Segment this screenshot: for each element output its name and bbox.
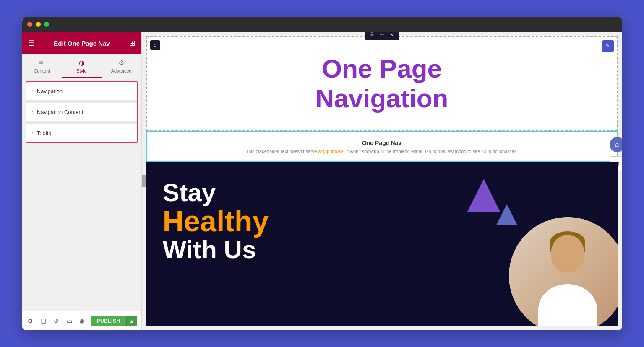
sidebar-header: ☰ Edit One Page Nav ⊞	[22, 32, 141, 54]
doctor-placeholder	[509, 217, 618, 326]
nav-widget-inner: One Page Nav This placeholder text doesn…	[147, 132, 617, 161]
nav-widget-block: One Page Nav This placeholder text doesn…	[146, 131, 618, 162]
browser-body: ☰ Edit One Page Nav ⊞ ✏ Content ◑ Style …	[22, 32, 622, 330]
accordion-item-navigation-content: › Navigation Content	[26, 103, 137, 122]
edit-corner-button[interactable]: ✎	[602, 40, 614, 52]
content-tab-label: Content	[34, 68, 50, 73]
grid-icon[interactable]: ⊞	[129, 39, 136, 48]
hero-title-line1: One Page	[322, 54, 442, 83]
toolbar-move-btn[interactable]: ⠿	[368, 32, 375, 39]
chevron-navigation-icon: ›	[32, 89, 34, 93]
hero-section: Stay Healthy With Us	[146, 162, 618, 326]
accordion-header-tooltip[interactable]: › Tooltip	[26, 124, 137, 142]
browser-titlebar	[22, 17, 622, 32]
accordion-header-navigation-content[interactable]: › Navigation Content	[26, 103, 137, 121]
edit-pencil-icon: ✎	[606, 43, 610, 49]
hero-image-area	[467, 205, 618, 326]
accordion-label-navigation-content: Navigation Content	[37, 109, 83, 115]
advanced-tab-icon: ⚙	[118, 59, 124, 67]
chevron-tooltip-icon: ›	[32, 131, 34, 135]
block-move-handle[interactable]: ⠿	[150, 40, 160, 50]
publish-arrow-button[interactable]: ▲	[126, 316, 137, 326]
traffic-light-red[interactable]	[27, 22, 32, 27]
sidebar-bottom-bar: ⚙ ❏ ↺ ▭ ◉ PUBLISH ▲	[22, 311, 141, 330]
sidebar: ☰ Edit One Page Nav ⊞ ✏ Content ◑ Style …	[22, 32, 142, 330]
hero-title-line2: Navigation	[315, 84, 448, 113]
tab-content[interactable]: ✏ Content	[22, 54, 62, 78]
home-icon: ⌂	[615, 141, 619, 148]
hero-title: One Page Navigation	[155, 54, 609, 114]
toolbar-close-btn[interactable]: ✕	[388, 32, 396, 39]
sidebar-tabs: ✏ Content ◑ Style ⚙ Advanced	[22, 54, 141, 78]
history-icon[interactable]: ↺	[52, 316, 61, 326]
move-icon: ⠿	[154, 43, 156, 48]
toolbar-dots-btn[interactable]: ⋯	[378, 32, 386, 39]
advanced-tab-label: Advanced	[111, 68, 132, 73]
traffic-light-green[interactable]	[44, 22, 49, 27]
hamburger-icon[interactable]: ☰	[28, 39, 35, 48]
accordion-label-navigation: Navigation	[37, 88, 63, 94]
nav-widget-title: One Page Nav	[155, 140, 609, 146]
hero-stay-text: Stay	[163, 179, 601, 207]
hero-text-content: One Page Navigation	[147, 37, 617, 130]
accordion-item-tooltip: › Tooltip	[26, 124, 137, 142]
style-tab-icon: ◑	[79, 59, 85, 67]
eye-icon[interactable]: ◉	[78, 316, 87, 326]
doctor-image-circle	[509, 217, 618, 326]
nav-widget-subtitle: This placeholder text doesn't serve any …	[155, 149, 609, 154]
monitor-icon[interactable]: ▭	[65, 316, 74, 326]
tab-advanced[interactable]: ⚙ Advanced	[102, 54, 141, 78]
page-area: ⠿ ⠿ ⋯ ✕ ✎ One Page N	[142, 32, 622, 330]
accordion-header-navigation[interactable]: › Navigation	[26, 82, 137, 100]
widget-toolbar: ⠿ ⋯ ✕	[365, 32, 399, 40]
style-tab-label: Style	[76, 68, 86, 73]
doctor-body	[538, 284, 597, 326]
traffic-light-yellow[interactable]	[36, 22, 41, 27]
browser-window: ☰ Edit One Page Nav ⊞ ✏ Content ◑ Style …	[22, 17, 622, 330]
tab-style[interactable]: ◑ Style	[62, 54, 102, 78]
main-content-area: ⠿ ⠿ ⋯ ✕ ✎ One Page N	[142, 32, 622, 330]
content-tab-icon: ✏	[39, 59, 44, 67]
sidebar-title: Edit One Page Nav	[54, 40, 110, 47]
doctor-head	[551, 235, 584, 272]
column-resize-handle[interactable]	[142, 175, 146, 187]
home-floating-button[interactable]: ⌂	[610, 137, 622, 152]
layers-icon[interactable]: ❏	[39, 316, 48, 326]
accordion-panels: › Navigation › Navigation Content	[26, 81, 138, 143]
accordion-label-tooltip: Tooltip	[37, 130, 53, 136]
settings-icon[interactable]: ⚙	[26, 316, 35, 326]
publish-button[interactable]: PUBLISH	[91, 316, 126, 326]
chevron-nav-content-icon: ›	[32, 110, 34, 114]
accordion-item-navigation: › Navigation	[26, 82, 137, 101]
hero-text-widget-block: ⠿ ⠿ ⋯ ✕ ✎ One Page N	[146, 36, 618, 131]
